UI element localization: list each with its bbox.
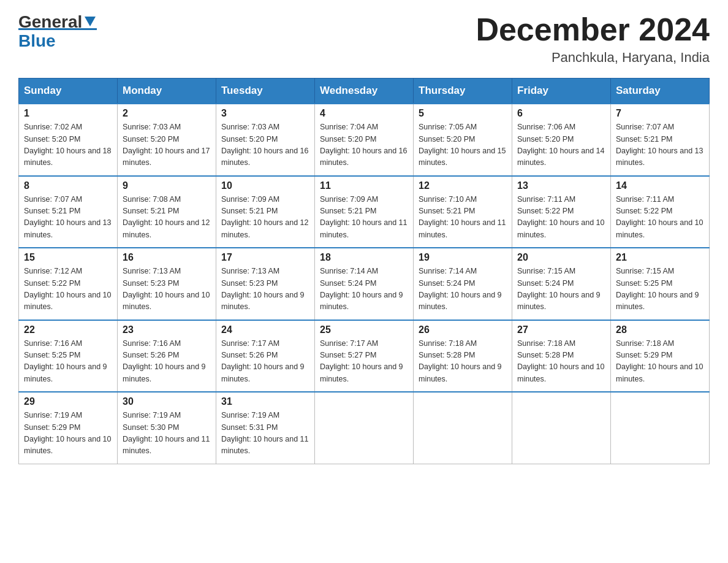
day-number: 20	[517, 252, 605, 263]
day-number: 25	[320, 324, 408, 335]
location-subtitle: Panchkula, Haryana, India	[476, 50, 710, 66]
day-info: Sunrise: 7:13 AMSunset: 5:23 PMDaylight:…	[123, 266, 211, 313]
svg-marker-0	[85, 17, 96, 26]
calendar-cell: 24Sunrise: 7:17 AMSunset: 5:26 PMDayligh…	[216, 320, 315, 393]
calendar-cell: 29Sunrise: 7:19 AMSunset: 5:29 PMDayligh…	[19, 392, 118, 464]
day-number: 17	[221, 252, 309, 263]
day-number: 14	[616, 180, 704, 191]
day-info: Sunrise: 7:18 AMSunset: 5:28 PMDaylight:…	[419, 338, 507, 386]
day-info: Sunrise: 7:18 AMSunset: 5:28 PMDaylight:…	[517, 338, 605, 386]
month-title: December 2024	[476, 12, 710, 47]
day-info: Sunrise: 7:07 AMSunset: 5:21 PMDaylight:…	[616, 121, 704, 169]
calendar-cell	[611, 392, 710, 464]
calendar-cell: 14Sunrise: 7:11 AMSunset: 5:22 PMDayligh…	[611, 176, 710, 248]
day-number: 13	[517, 180, 605, 191]
calendar-cell	[512, 392, 611, 464]
day-header-monday: Monday	[118, 79, 216, 104]
calendar-cell	[414, 392, 512, 464]
calendar-cell: 5Sunrise: 7:05 AMSunset: 5:20 PMDaylight…	[414, 104, 512, 176]
calendar-week-row: 22Sunrise: 7:16 AMSunset: 5:25 PMDayligh…	[19, 320, 710, 393]
day-info: Sunrise: 7:15 AMSunset: 5:25 PMDaylight:…	[616, 266, 704, 313]
day-number: 29	[24, 396, 112, 407]
calendar-cell: 22Sunrise: 7:16 AMSunset: 5:25 PMDayligh…	[19, 320, 118, 393]
calendar-cell: 19Sunrise: 7:14 AMSunset: 5:24 PMDayligh…	[414, 248, 512, 320]
calendar-cell: 18Sunrise: 7:14 AMSunset: 5:24 PMDayligh…	[315, 248, 414, 320]
logo-blue-text: Blue	[18, 28, 97, 51]
calendar-cell: 30Sunrise: 7:19 AMSunset: 5:30 PMDayligh…	[118, 392, 216, 464]
day-info: Sunrise: 7:06 AMSunset: 5:20 PMDaylight:…	[517, 121, 605, 169]
calendar-header-row: SundayMondayTuesdayWednesdayThursdayFrid…	[19, 79, 710, 104]
day-number: 8	[24, 180, 112, 191]
day-number: 23	[123, 324, 211, 335]
calendar-cell	[315, 392, 414, 464]
day-number: 31	[221, 396, 309, 407]
calendar-cell: 15Sunrise: 7:12 AMSunset: 5:22 PMDayligh…	[19, 248, 118, 320]
day-info: Sunrise: 7:11 AMSunset: 5:22 PMDaylight:…	[616, 194, 704, 242]
day-header-saturday: Saturday	[611, 79, 710, 104]
calendar-cell: 4Sunrise: 7:04 AMSunset: 5:20 PMDaylight…	[315, 104, 414, 176]
calendar-cell: 25Sunrise: 7:17 AMSunset: 5:27 PMDayligh…	[315, 320, 414, 393]
calendar-cell: 2Sunrise: 7:03 AMSunset: 5:20 PMDaylight…	[118, 104, 216, 176]
calendar-week-row: 29Sunrise: 7:19 AMSunset: 5:29 PMDayligh…	[19, 392, 710, 464]
day-info: Sunrise: 7:19 AMSunset: 5:31 PMDaylight:…	[221, 410, 309, 458]
day-info: Sunrise: 7:17 AMSunset: 5:26 PMDaylight:…	[221, 338, 309, 386]
day-info: Sunrise: 7:03 AMSunset: 5:20 PMDaylight:…	[221, 121, 309, 169]
calendar-week-row: 1Sunrise: 7:02 AMSunset: 5:20 PMDaylight…	[19, 104, 710, 176]
logo: General Blue	[18, 12, 97, 51]
day-info: Sunrise: 7:19 AMSunset: 5:29 PMDaylight:…	[24, 410, 112, 458]
page-header: General Blue December 2024 Panchkula, Ha…	[18, 12, 710, 66]
day-number: 5	[419, 108, 507, 119]
day-number: 30	[123, 396, 211, 407]
day-number: 2	[123, 108, 211, 119]
calendar-cell: 12Sunrise: 7:10 AMSunset: 5:21 PMDayligh…	[414, 176, 512, 248]
day-info: Sunrise: 7:14 AMSunset: 5:24 PMDaylight:…	[320, 266, 408, 313]
day-number: 10	[221, 180, 309, 191]
logo-triangle-icon	[83, 14, 97, 28]
calendar-week-row: 15Sunrise: 7:12 AMSunset: 5:22 PMDayligh…	[19, 248, 710, 320]
day-number: 19	[419, 252, 507, 263]
day-info: Sunrise: 7:19 AMSunset: 5:30 PMDaylight:…	[123, 410, 211, 458]
day-number: 7	[616, 108, 704, 119]
day-header-friday: Friday	[512, 79, 611, 104]
day-number: 16	[123, 252, 211, 263]
day-info: Sunrise: 7:07 AMSunset: 5:21 PMDaylight:…	[24, 194, 112, 242]
calendar-cell: 21Sunrise: 7:15 AMSunset: 5:25 PMDayligh…	[611, 248, 710, 320]
day-header-sunday: Sunday	[19, 79, 118, 104]
day-info: Sunrise: 7:17 AMSunset: 5:27 PMDaylight:…	[320, 338, 408, 386]
calendar-cell: 23Sunrise: 7:16 AMSunset: 5:26 PMDayligh…	[118, 320, 216, 393]
calendar-week-row: 8Sunrise: 7:07 AMSunset: 5:21 PMDaylight…	[19, 176, 710, 248]
day-info: Sunrise: 7:10 AMSunset: 5:21 PMDaylight:…	[419, 194, 507, 242]
day-info: Sunrise: 7:11 AMSunset: 5:22 PMDaylight:…	[517, 194, 605, 242]
calendar-cell: 27Sunrise: 7:18 AMSunset: 5:28 PMDayligh…	[512, 320, 611, 393]
day-info: Sunrise: 7:18 AMSunset: 5:29 PMDaylight:…	[616, 338, 704, 386]
day-info: Sunrise: 7:13 AMSunset: 5:23 PMDaylight:…	[221, 266, 309, 313]
calendar-cell: 20Sunrise: 7:15 AMSunset: 5:24 PMDayligh…	[512, 248, 611, 320]
day-number: 28	[616, 324, 704, 335]
day-number: 18	[320, 252, 408, 263]
calendar-table: SundayMondayTuesdayWednesdayThursdayFrid…	[18, 78, 710, 464]
day-info: Sunrise: 7:02 AMSunset: 5:20 PMDaylight:…	[24, 121, 112, 169]
calendar-cell: 6Sunrise: 7:06 AMSunset: 5:20 PMDaylight…	[512, 104, 611, 176]
day-number: 26	[419, 324, 507, 335]
day-number: 15	[24, 252, 112, 263]
calendar-cell: 28Sunrise: 7:18 AMSunset: 5:29 PMDayligh…	[611, 320, 710, 393]
calendar-cell: 13Sunrise: 7:11 AMSunset: 5:22 PMDayligh…	[512, 176, 611, 248]
calendar-cell: 17Sunrise: 7:13 AMSunset: 5:23 PMDayligh…	[216, 248, 315, 320]
title-block: December 2024 Panchkula, Haryana, India	[476, 12, 710, 66]
calendar-cell: 10Sunrise: 7:09 AMSunset: 5:21 PMDayligh…	[216, 176, 315, 248]
calendar-cell: 7Sunrise: 7:07 AMSunset: 5:21 PMDaylight…	[611, 104, 710, 176]
day-header-thursday: Thursday	[414, 79, 512, 104]
day-number: 1	[24, 108, 112, 119]
day-number: 4	[320, 108, 408, 119]
day-info: Sunrise: 7:09 AMSunset: 5:21 PMDaylight:…	[221, 194, 309, 242]
day-info: Sunrise: 7:14 AMSunset: 5:24 PMDaylight:…	[419, 266, 507, 313]
day-number: 11	[320, 180, 408, 191]
day-info: Sunrise: 7:16 AMSunset: 5:25 PMDaylight:…	[24, 338, 112, 386]
calendar-cell: 9Sunrise: 7:08 AMSunset: 5:21 PMDaylight…	[118, 176, 216, 248]
calendar-cell: 3Sunrise: 7:03 AMSunset: 5:20 PMDaylight…	[216, 104, 315, 176]
calendar-cell: 26Sunrise: 7:18 AMSunset: 5:28 PMDayligh…	[414, 320, 512, 393]
day-number: 27	[517, 324, 605, 335]
day-info: Sunrise: 7:04 AMSunset: 5:20 PMDaylight:…	[320, 121, 408, 169]
calendar-cell: 8Sunrise: 7:07 AMSunset: 5:21 PMDaylight…	[19, 176, 118, 248]
calendar-cell: 16Sunrise: 7:13 AMSunset: 5:23 PMDayligh…	[118, 248, 216, 320]
